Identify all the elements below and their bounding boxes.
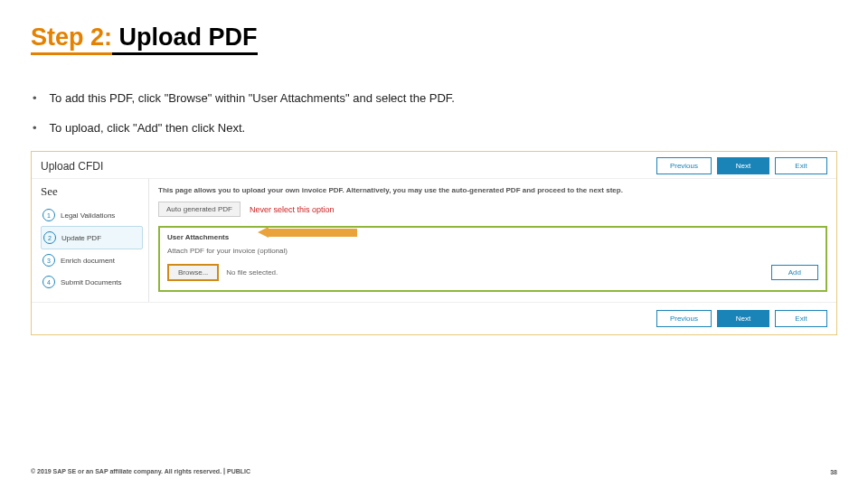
header-button-row: Previous Next Exit: [656, 157, 827, 174]
add-button[interactable]: Add: [771, 265, 818, 280]
bullet-item: To add this PDF, click "Browse" within "…: [31, 91, 837, 105]
auto-generated-pdf-button[interactable]: Auto generated PDF: [158, 202, 241, 217]
step-label: Enrich document: [61, 257, 115, 265]
previous-button[interactable]: Previous: [656, 310, 712, 327]
bullet-item: To upload, click "Add" then click Next.: [31, 121, 837, 135]
title-rest: Upload PDF: [112, 23, 258, 55]
app-title: Upload CFDI: [41, 160, 103, 173]
wizard-step-2[interactable]: 2Update PDF: [41, 226, 143, 249]
wizard-step-4[interactable]: 4Submit Documents: [41, 271, 143, 293]
wizard-step-3[interactable]: 3Enrich document: [41, 249, 143, 271]
wizard-sidebar: See 1Legal Validations 2Update PDF 3Enri…: [32, 179, 149, 302]
browse-left: Browse... No file selected.: [167, 264, 278, 281]
step-number-icon: 2: [43, 231, 56, 244]
step-label: Update PDF: [61, 234, 101, 242]
exit-button[interactable]: Exit: [775, 310, 827, 327]
user-attachments-subtitle: Attach PDF for your invoice (optional): [167, 247, 818, 255]
step-number-icon: 1: [42, 209, 55, 221]
copyright-text: © 2019 SAP SE or an SAP affiliate compan…: [31, 468, 250, 475]
user-attachments-block: User Attachments Attach PDF for your inv…: [158, 226, 827, 292]
bullet-text: To add this PDF, click "Browse" within "…: [50, 91, 455, 105]
app-screenshot: Upload CFDI Previous Next Exit See 1Lega…: [32, 152, 836, 334]
screenshot-frame: Upload CFDI Previous Next Exit See 1Lega…: [31, 151, 837, 335]
next-button[interactable]: Next: [717, 310, 769, 327]
arrow-annotation-icon: [258, 227, 357, 239]
step-number-icon: 3: [42, 254, 55, 267]
step-label: Legal Validations: [61, 211, 115, 220]
warning-annotation: Never select this option: [250, 205, 335, 214]
slide-title: Step 2: Upload PDF: [31, 23, 837, 52]
app-header: Upload CFDI Previous Next Exit: [32, 152, 836, 178]
exit-button[interactable]: Exit: [775, 157, 827, 174]
page-number: 38: [830, 469, 837, 475]
footer-button-row: Previous Next Exit: [32, 302, 836, 334]
see-label: See: [41, 184, 143, 199]
autogen-row: Auto generated PDF Never select this opt…: [158, 202, 827, 217]
app-body: See 1Legal Validations 2Update PDF 3Enri…: [32, 178, 836, 302]
previous-button[interactable]: Previous: [656, 157, 712, 174]
step-label: Submit Documents: [61, 278, 122, 286]
slide-footer: © 2019 SAP SE or an SAP affiliate compan…: [31, 468, 837, 475]
app-main: This page allows you to upload your own …: [149, 179, 836, 302]
bullet-text: To upload, click "Add" then click Next.: [50, 121, 246, 135]
wizard-step-1[interactable]: 1Legal Validations: [41, 204, 143, 226]
browse-row: Browse... No file selected. Add: [167, 264, 818, 281]
no-file-selected-text: No file selected.: [226, 268, 278, 277]
browse-button[interactable]: Browse...: [167, 264, 219, 281]
bullet-list: To add this PDF, click "Browse" within "…: [31, 91, 837, 135]
intro-text: This page allows you to upload your own …: [158, 186, 827, 194]
title-step: Step 2:: [31, 23, 112, 55]
next-button[interactable]: Next: [717, 157, 769, 174]
step-number-icon: 4: [42, 276, 55, 288]
